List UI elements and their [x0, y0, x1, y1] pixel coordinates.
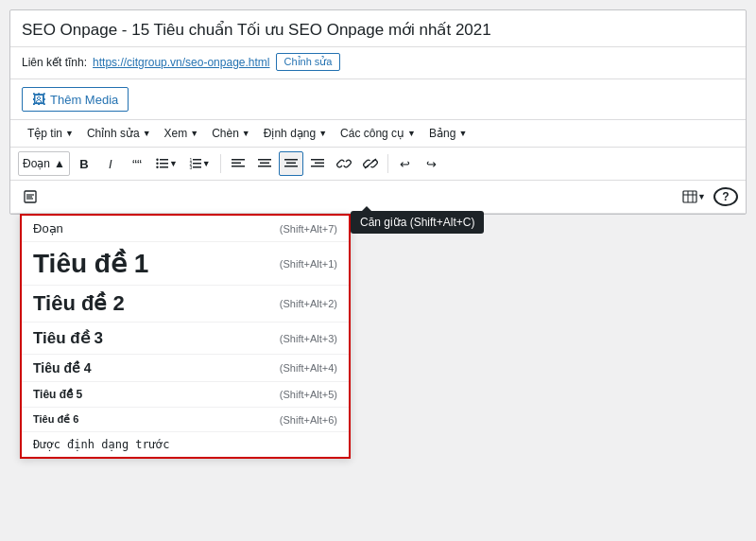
align-center-active-icon — [284, 157, 298, 170]
align-center-button2[interactable] — [252, 151, 277, 176]
redo-button[interactable]: ↪ — [420, 151, 444, 176]
menu-bar: Tệp tin ▼ Chỉnh sửa ▼ Xem ▼ Chèn ▼ Định … — [10, 120, 746, 148]
link-icon — [336, 157, 352, 170]
dropdown-shortcut-h5: (Shift+Alt+5) — [280, 389, 337, 400]
svg-rect-12 — [232, 159, 245, 161]
align-center-active-button[interactable] — [279, 151, 303, 176]
menu-bang[interactable]: Bảng ▼ — [423, 124, 472, 143]
align-left-button[interactable] — [226, 151, 250, 176]
dropdown-label-h6: Tiêu đề 6 — [33, 413, 78, 426]
dropdown-shortcut-h3: (Shift+Alt+3) — [280, 333, 337, 344]
svg-rect-21 — [311, 159, 324, 161]
permalink-url[interactable]: https://citgroup.vn/seo-onpage.html — [93, 56, 269, 69]
svg-rect-17 — [258, 166, 271, 167]
svg-rect-1 — [160, 163, 168, 165]
table-button[interactable]: ▼ — [678, 184, 711, 209]
post-title-input[interactable] — [22, 20, 734, 39]
menu-chinhtoa[interactable]: Chỉnh sửa ▼ — [81, 124, 157, 143]
dropdown-item-h3[interactable]: Tiêu đề 3 (Shift+Alt+3) — [22, 323, 349, 355]
blockquote-button[interactable]: ““ — [125, 151, 149, 176]
media-icon: 🖼 — [32, 92, 45, 107]
dropdown-label-h5: Tiêu đề 5 — [33, 388, 82, 401]
svg-rect-15 — [258, 159, 271, 161]
dropdown-shortcut-h4: (Shift+Alt+4) — [280, 362, 337, 374]
svg-point-4 — [156, 163, 158, 165]
link-button[interactable] — [332, 151, 356, 176]
dropdown-label-h4: Tiêu đề 4 — [33, 360, 92, 375]
add-media-button[interactable]: 🖼 Thêm Media — [22, 87, 129, 112]
svg-rect-22 — [315, 163, 324, 165]
fullscreen-button[interactable] — [18, 184, 43, 209]
svg-rect-18 — [284, 159, 298, 161]
undo-button[interactable]: ↩ — [393, 151, 418, 176]
xem-arrow-icon: ▼ — [190, 129, 198, 138]
dropdown-label-h1: Tiêu đề 1 — [33, 248, 148, 279]
svg-rect-19 — [286, 163, 296, 165]
chinhtoa-arrow-icon: ▼ — [143, 129, 151, 138]
permalink-label: Liên kết tĩnh: — [22, 56, 87, 69]
svg-rect-29 — [683, 191, 696, 202]
dropdown-shortcut-h6: (Shift+Alt+6) — [280, 414, 337, 426]
dropdown-item-pre[interactable]: Được định dạng trước — [22, 432, 349, 457]
tooltip-text: Căn giữa (Shift+Alt+C) — [360, 216, 474, 229]
svg-point-5 — [156, 166, 158, 168]
dropdown-item-h4[interactable]: Tiêu đề 4 (Shift+Alt+4) — [22, 355, 349, 382]
menu-congtoo[interactable]: Các công cụ ▼ — [335, 124, 421, 143]
paragraph-select[interactable]: Đoạn ▲ — [18, 151, 70, 176]
dropdown-item-h1[interactable]: Tiêu đề 1 (Shift+Alt+1) — [22, 242, 349, 286]
dropdown-label-h2: Tiêu đề 2 — [33, 291, 125, 316]
paragraph-select-arrow: ▲ — [54, 157, 65, 170]
italic-button[interactable]: I — [98, 151, 123, 176]
unordered-list-button[interactable]: ▼ — [151, 151, 182, 176]
dropdown-item-h6[interactable]: Tiêu đề 6 (Shift+Alt+6) — [22, 408, 349, 432]
align-right-icon — [311, 157, 324, 170]
menu-dinhdag[interactable]: Định dạng ▼ — [258, 124, 333, 143]
svg-rect-7 — [193, 163, 201, 165]
svg-rect-6 — [193, 159, 201, 161]
menu-xem[interactable]: Xem ▼ — [159, 124, 205, 143]
dropdown-label-pre: Được định dạng trước — [33, 438, 170, 451]
fullscreen-icon — [24, 190, 37, 203]
align-center2-icon — [258, 157, 271, 170]
svg-rect-14 — [232, 166, 245, 167]
paragraph-select-label: Đoạn — [23, 157, 50, 170]
dropdown-item-h2[interactable]: Tiêu đề 2 (Shift+Alt+2) — [22, 286, 349, 323]
teptin-arrow-icon: ▼ — [65, 129, 74, 138]
svg-rect-23 — [311, 166, 324, 167]
svg-text:3: 3 — [189, 165, 192, 170]
dropdown-shortcut-para: (Shift+Alt+7) — [280, 223, 337, 235]
dropdown-item-h5[interactable]: Tiêu đề 5 (Shift+Alt+5) — [22, 382, 349, 408]
align-right-button[interactable] — [305, 151, 330, 176]
bang-arrow-icon: ▼ — [458, 129, 467, 138]
svg-point-3 — [156, 159, 158, 161]
menu-chen[interactable]: Chèn ▼ — [206, 124, 256, 143]
align-left-icon — [232, 157, 245, 170]
ordered-list-button[interactable]: 1 2 3 ▼ — [184, 151, 215, 176]
svg-rect-8 — [193, 166, 201, 168]
unlink-icon — [363, 157, 378, 170]
menu-teptin[interactable]: Tệp tin ▼ — [22, 124, 79, 143]
svg-rect-2 — [160, 166, 168, 168]
help-button[interactable]: ? — [713, 187, 738, 206]
svg-rect-20 — [284, 166, 298, 167]
dropdown-shortcut-h1: (Shift+Alt+1) — [280, 258, 337, 270]
chen-arrow-icon: ▼ — [242, 129, 250, 138]
congtoo-arrow-icon: ▼ — [407, 129, 416, 138]
svg-rect-13 — [232, 163, 241, 165]
add-media-label: Thêm Media — [50, 93, 118, 107]
divider-1 — [220, 154, 221, 173]
list-ul-icon — [156, 157, 169, 170]
dropdown-shortcut-h2: (Shift+Alt+2) — [280, 298, 337, 309]
bold-button[interactable]: B — [72, 151, 96, 176]
list-ol-icon: 1 2 3 — [189, 157, 202, 170]
toolbar-row-1: Đoạn ▲ B I ““ ▼ 1 2 3 — [10, 148, 746, 181]
dropdown-item-para[interactable]: Đoạn (Shift+Alt+7) — [22, 216, 349, 242]
align-center-tooltip: Căn giữa (Shift+Alt+C) — [351, 211, 484, 234]
paragraph-dropdown: Đoạn (Shift+Alt+7) Tiêu đề 1 (Shift+Alt+… — [20, 214, 351, 459]
toolbar-row-2: Căn giữa (Shift+Alt+C) ▼ ? — [10, 181, 746, 214]
permalink-edit-button[interactable]: Chỉnh sửa — [276, 53, 341, 71]
dinhdag-arrow-icon: ▼ — [318, 129, 327, 138]
divider-2 — [387, 154, 388, 173]
unlink-button[interactable] — [358, 151, 383, 176]
dropdown-label-para: Đoạn — [33, 221, 63, 236]
